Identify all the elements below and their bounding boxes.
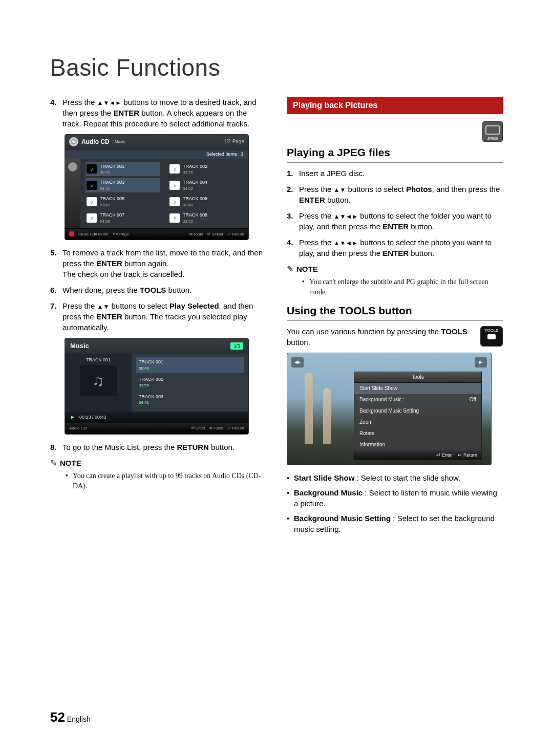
playlist-item: TRACK 00100:43 xyxy=(136,357,244,373)
ss2-tools: ⧉ Tools xyxy=(209,425,223,431)
step-5-text: To remove a track from the list, move to… xyxy=(62,247,266,279)
page-footer: 52 English xyxy=(50,709,91,725)
track-item: ♪TRACK 00704:06 xyxy=(86,211,160,225)
music-note-icon: ♪ xyxy=(169,197,180,206)
step-number: 1. xyxy=(287,168,299,179)
music-note-icon: ♪ xyxy=(87,197,97,206)
tools-intro-text: You can use various function by pressing… xyxy=(287,326,476,348)
track-item: ♪TRACK 00203:56 xyxy=(168,162,243,177)
next-icon: ▸ xyxy=(475,357,487,368)
track-item: ♪TRACK 00404:02 xyxy=(168,178,243,192)
note-icon: ✎ xyxy=(50,458,57,469)
step-8-text: To go to the Music List, press the RETUR… xyxy=(62,442,266,452)
music-note-icon: ♪ xyxy=(169,181,180,190)
ss1-close-edit: Close Edit Mode xyxy=(78,231,109,237)
ss2-source: Audio CD xyxy=(69,425,87,431)
ss1-tools: ⧉ Tools xyxy=(189,231,203,237)
step-number: 8. xyxy=(50,442,62,452)
play-icon: ► xyxy=(70,414,75,421)
minaret-graphic xyxy=(323,388,331,444)
step-number: 7. xyxy=(50,300,62,333)
music-note-icon: ♪ xyxy=(87,213,97,223)
red-c-icon xyxy=(69,231,74,236)
ss2-time: 00:13 / 00:43 xyxy=(79,414,107,421)
tools-menu-item: Start Slide Show xyxy=(354,383,481,394)
track-item: ♪TRACK 00503:43 xyxy=(86,195,160,209)
playlist-item: TRACK 00203:56 xyxy=(136,374,244,391)
ss2-now-playing: TRACK 001 xyxy=(86,357,111,363)
bullet-icon: ▪ xyxy=(66,471,73,491)
right-column: Playing back Pictures JPEG Playing a JPE… xyxy=(287,97,503,538)
jpeg-badge-icon: JPEG xyxy=(482,121,503,142)
ss1-page-nav: « » Page xyxy=(113,231,129,237)
music-note-icon: ♪ xyxy=(87,181,97,190)
disc-icon xyxy=(69,137,78,146)
r-step3: Press the ▲▼◄► buttons to select the fol… xyxy=(299,210,503,232)
bullet-slide-show: Start Slide Show : Select to start the s… xyxy=(294,472,503,483)
ss1-subtitle: | Music xyxy=(113,139,125,144)
ss1-title: Audio CD xyxy=(81,138,110,146)
ss3-enter: ⏎ Enter xyxy=(436,452,453,459)
music-note-icon: ♫ xyxy=(80,365,117,396)
step-number: 5. xyxy=(50,247,62,279)
ss2-page: 1/3 xyxy=(230,342,243,350)
note-text: You can create a playlist with up to 99 … xyxy=(73,471,266,491)
ss1-selected-count: Selected Items : 3 xyxy=(65,149,248,159)
ss3-return: ↩ Return xyxy=(458,452,477,459)
step-number: 4. xyxy=(50,97,62,129)
prev-icon: ◂▸ xyxy=(291,357,304,368)
bullet-bg-music-setting: Background Music Setting : Select to set… xyxy=(294,513,503,534)
bullet-icon: ▪ xyxy=(302,277,309,297)
step-number: 3. xyxy=(287,210,299,232)
tools-menu-item: Background Music :Off xyxy=(354,394,481,405)
minaret-graphic xyxy=(305,373,313,444)
step-6-text: When done, press the TOOLS button. xyxy=(62,285,266,295)
track-item: ♪TRACK 00803:52 xyxy=(168,211,243,225)
ss2-enter: ⏎ Enter xyxy=(191,425,205,431)
track-item: ♪TRACK 00603:40 xyxy=(168,195,243,209)
ss2-title: Music xyxy=(70,341,89,351)
music-player-screenshot: Music 1/3 TRACK 001 ♫ TRACK 00100:43TRAC… xyxy=(65,338,249,435)
step-number: 4. xyxy=(287,237,299,258)
ss1-page: 1/2 Page xyxy=(224,138,244,145)
r-step2: Press the ▲▼ buttons to select Photos, a… xyxy=(299,184,503,205)
tools-menu-item: Information xyxy=(354,439,481,450)
tools-panel-title: Tools xyxy=(354,372,481,383)
ss2-return: ↩ Return xyxy=(227,425,244,431)
step-number: 6. xyxy=(50,285,62,295)
tools-menu-item: Background Music Setting xyxy=(354,405,481,417)
playlist-item: TRACK 00304:41 xyxy=(136,392,244,408)
artist-icon xyxy=(68,162,77,171)
step-7-text: Press the ▲▼ buttons to select Play Sele… xyxy=(62,300,266,333)
note-label: NOTE xyxy=(60,458,81,468)
tools-menu-item: Zoom xyxy=(354,417,481,428)
note-icon: ✎ xyxy=(287,264,293,275)
tools-menu-screenshot: ◂▸ ▸ Tools Start Slide ShowBackground Mu… xyxy=(287,353,492,465)
step-number: 2. xyxy=(287,184,299,205)
track-item: ♪TRACK 00304:41 xyxy=(86,178,160,192)
audio-cd-screenshot: Audio CD | Music 1/2 Page Selected Items… xyxy=(65,134,249,240)
note-label: NOTE xyxy=(296,264,318,274)
ss1-select: ⏎ Select xyxy=(207,231,223,237)
page-title: Basic Functions xyxy=(50,54,503,81)
bullet-bg-music: Background Music : Select to listen to m… xyxy=(294,487,503,509)
heading-tools: Using the TOOLS button xyxy=(287,303,503,320)
note-text: You can't enlarge the subtitle and PG gr… xyxy=(309,277,503,297)
step-4-text: Press the ▲▼◄► buttons to move to a desi… xyxy=(62,97,266,129)
music-note-icon: ♪ xyxy=(169,164,180,174)
heading-jpeg: Playing a JPEG files xyxy=(287,145,503,162)
r-step4: Press the ▲▼◄► buttons to select the pho… xyxy=(299,237,503,258)
music-note-icon: ♪ xyxy=(87,164,97,174)
tools-menu-item: Rotate xyxy=(354,428,481,439)
music-note-icon: ♪ xyxy=(169,213,180,223)
tools-button-icon: TOOLS xyxy=(480,326,503,347)
track-item: ♪TRACK 00100:43 xyxy=(86,162,160,177)
left-column: 4. Press the ▲▼◄► buttons to move to a d… xyxy=(50,97,266,538)
section-band: Playing back Pictures xyxy=(287,97,503,114)
ss1-return: ↩ Return xyxy=(227,231,244,237)
r-step1: Insert a JPEG disc. xyxy=(299,168,503,179)
